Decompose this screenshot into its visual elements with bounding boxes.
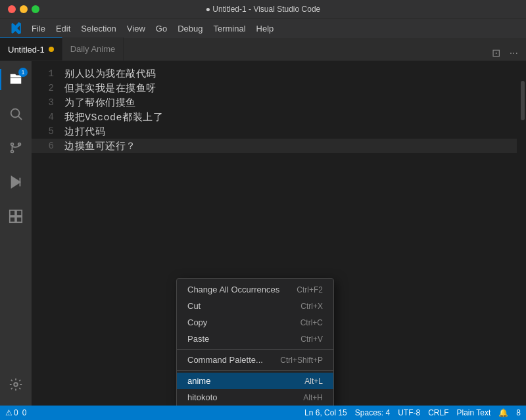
ctx-command-palette[interactable]: Command Palette... Ctrl+Shift+P: [177, 352, 333, 368]
status-notifications[interactable]: 8: [516, 408, 521, 417]
extensions-icon: [9, 209, 23, 223]
tab-label: Daily Anime: [70, 44, 116, 54]
ctx-shortcut: Ctrl+C: [300, 318, 323, 327]
line-number-6: 6: [32, 141, 64, 151]
explorer-badge: 1: [18, 68, 28, 77]
ctx-shortcut: Ctrl+Shift+P: [280, 356, 323, 365]
editor-area[interactable]: 1 别人以为我在敲代码 2 但其实我是在摸鱼呀 3 为了帮你们摸鱼 4 我把VS…: [32, 61, 526, 406]
minimize-button[interactable]: [20, 5, 28, 13]
ctx-label: hitokoto: [187, 392, 218, 402]
menu-debug[interactable]: Debug: [172, 19, 208, 39]
line-6: 6 边摸鱼可还行？: [32, 139, 526, 153]
status-line-ending[interactable]: CRLF: [428, 408, 448, 417]
status-language[interactable]: Plain Text: [457, 408, 491, 417]
run-icon: [9, 175, 23, 189]
svg-rect-8: [16, 210, 22, 216]
statusbar: ⚠ 0 0 Ln 6, Col 15 Spaces: 4 UTF-8 CRLF …: [0, 406, 526, 420]
ctx-paste[interactable]: Paste Ctrl+V: [177, 331, 333, 347]
warning-count: 0: [22, 408, 27, 417]
vscode-logo-icon: [8, 21, 22, 35]
menu-help[interactable]: Help: [251, 19, 279, 39]
ctx-shortcut: Alt+H: [303, 393, 323, 402]
line-content-2: 但其实我是在摸鱼呀: [64, 82, 156, 95]
error-count: 0: [14, 408, 18, 417]
line-number-1: 1: [32, 68, 64, 79]
ctx-hitokoto[interactable]: hitokoto Alt+H: [177, 389, 333, 406]
status-spaces[interactable]: Spaces: 4: [355, 408, 390, 417]
window-title: ● Untitled-1 - Visual Studio Code: [206, 5, 320, 14]
svg-rect-10: [16, 217, 22, 222]
menu-view[interactable]: View: [122, 19, 151, 39]
svg-rect-9: [10, 217, 15, 222]
ctx-label: Change All Occurrences: [187, 285, 279, 294]
menu-file[interactable]: File: [26, 19, 51, 39]
menubar: File Edit Selection View Go Debug Termin…: [0, 18, 526, 38]
ctx-anime[interactable]: anime Alt+L: [177, 373, 333, 389]
ctx-separator-1: [177, 349, 333, 350]
menu-go[interactable]: Go: [151, 19, 172, 39]
ctx-label: anime: [187, 376, 210, 386]
tab-untitled1[interactable]: Untitled-1: [0, 37, 62, 60]
scrollbar-thumb[interactable]: [521, 81, 525, 120]
search-icon: [9, 106, 23, 121]
editor-content: 1 别人以为我在敲代码 2 但其实我是在摸鱼呀 3 为了帮你们摸鱼 4 我把VS…: [32, 61, 526, 158]
line-1: 1 别人以为我在敲代码: [32, 66, 526, 81]
status-bell-icon[interactable]: 🔔: [498, 408, 508, 417]
line-number-3: 3: [32, 97, 64, 108]
tab-label: Untitled-1: [8, 45, 45, 55]
split-editor-button[interactable]: ⊡: [489, 45, 503, 60]
line-4: 4 我把VScode都装上了: [32, 110, 526, 124]
menu-edit[interactable]: Edit: [51, 19, 76, 39]
ctx-copy[interactable]: Copy Ctrl+C: [177, 314, 333, 331]
ctx-label: Paste: [187, 334, 209, 344]
scrollbar-vertical[interactable]: [517, 61, 526, 406]
svg-point-3: [11, 151, 14, 153]
source-control-icon: [9, 141, 23, 155]
line-content-1: 别人以为我在敲代码: [64, 68, 156, 80]
main-layout: 1 1 别人以为我在敲代码 2 但其实我是在摸鱼呀: [0, 61, 526, 406]
status-errors[interactable]: ⚠ 0 0: [5, 408, 26, 417]
ctx-label: Cut: [187, 301, 201, 311]
activity-extensions[interactable]: [0, 200, 32, 232]
ctx-shortcut: Ctrl+V: [300, 335, 323, 344]
titlebar: ● Untitled-1 - Visual Studio Code: [0, 0, 526, 18]
tab-modified-dot: [49, 47, 54, 52]
maximize-button[interactable]: [32, 5, 39, 13]
activity-settings[interactable]: [0, 369, 32, 400]
line-2: 2 但其实我是在摸鱼呀: [32, 81, 526, 95]
traffic-lights: [0, 5, 39, 13]
svg-point-0: [11, 109, 20, 118]
activity-explorer[interactable]: 1: [0, 64, 32, 95]
menu-terminal[interactable]: Terminal: [208, 19, 251, 39]
activity-source-control[interactable]: [0, 132, 32, 164]
ctx-change-all[interactable]: Change All Occurrences Ctrl+F2: [177, 281, 333, 298]
app-logo: [5, 18, 25, 38]
svg-point-2: [11, 143, 14, 146]
status-encoding[interactable]: UTF-8: [398, 408, 420, 417]
ctx-label: Command Palette...: [187, 355, 263, 365]
activity-run[interactable]: [0, 166, 32, 198]
ctx-shortcut: Ctrl+X: [300, 302, 323, 311]
status-left: ⚠ 0 0: [5, 408, 26, 417]
line-content-3: 为了帮你们摸鱼: [64, 97, 136, 109]
close-button[interactable]: [8, 5, 16, 13]
more-actions-button[interactable]: ···: [507, 46, 521, 60]
error-icon: ⚠: [5, 408, 12, 417]
menu-selection[interactable]: Selection: [76, 19, 121, 39]
ctx-shortcut: Alt+L: [304, 377, 323, 386]
tab-daily-anime[interactable]: Daily Anime: [62, 37, 124, 60]
svg-rect-7: [10, 210, 15, 216]
tabbar-actions: ⊡ ···: [489, 45, 526, 60]
ctx-cut[interactable]: Cut Ctrl+X: [177, 298, 333, 314]
ctx-separator-2: [177, 370, 333, 371]
svg-line-1: [18, 116, 22, 120]
settings-icon: [9, 377, 23, 392]
svg-marker-5: [12, 177, 20, 188]
line-content-4: 我把VScode都装上了: [64, 111, 163, 124]
status-right: Ln 6, Col 15 Spaces: 4 UTF-8 CRLF Plain …: [304, 408, 521, 417]
line-number-5: 5: [32, 126, 64, 137]
line-number-2: 2: [32, 83, 64, 93]
line-content-6: 边摸鱼可还行？: [64, 140, 136, 152]
activity-search[interactable]: [0, 98, 32, 129]
status-position[interactable]: Ln 6, Col 15: [304, 408, 347, 417]
